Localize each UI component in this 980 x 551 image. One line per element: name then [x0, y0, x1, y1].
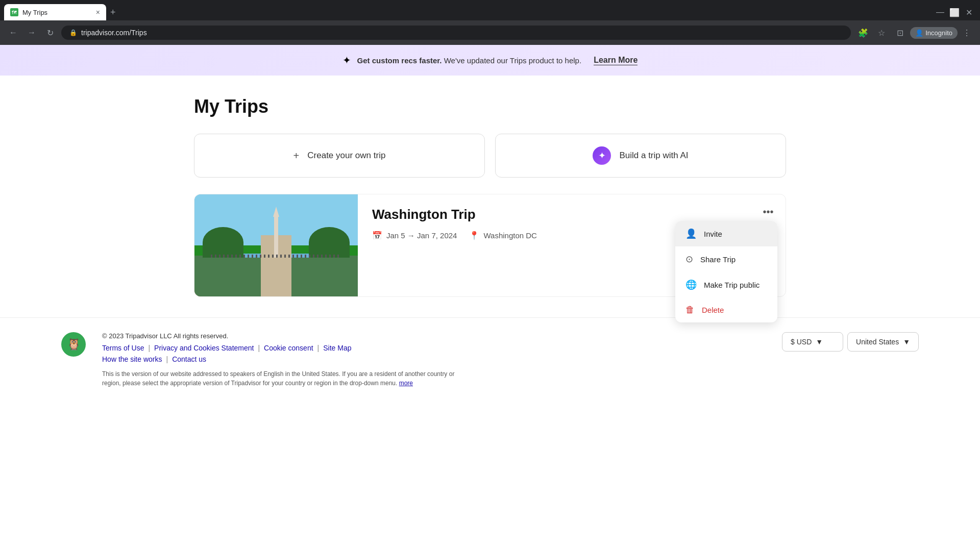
back-button[interactable]: ← — [6, 26, 20, 40]
footer-selects: $ USD ▼ United States ▼ — [782, 332, 919, 352]
trip-menu-button[interactable]: ••• — [759, 203, 777, 221]
trip-dropdown-menu: 👤 Invite ⊙ Share Trip 🌐 Make Trip public… — [675, 221, 777, 322]
banner-learn-more-link[interactable]: Learn More — [594, 56, 638, 65]
banner-icon: ✦ — [342, 54, 351, 66]
make-public-menu-item[interactable]: 🌐 Make Trip public — [675, 272, 777, 297]
terms-link[interactable]: Terms of Use — [102, 344, 144, 352]
lock-icon: 🔒 — [69, 29, 77, 36]
currency-chevron-icon: ▼ — [816, 338, 823, 346]
footer-disclaimer: This is the version of our website addre… — [102, 369, 459, 388]
build-ai-trip-card[interactable]: ✦ Build a trip with AI — [495, 134, 786, 178]
create-own-trip-card[interactable]: + Create your own trip — [194, 134, 485, 178]
people — [211, 255, 341, 258]
separator-2: | — [258, 344, 260, 352]
delete-label: Delete — [702, 306, 724, 314]
three-dots-icon: ••• — [763, 206, 773, 218]
privacy-link[interactable]: Privacy and Cookies Statement — [154, 344, 254, 352]
washington-monument — [274, 217, 278, 258]
invite-icon: 👤 — [685, 228, 697, 239]
window-minimize-button[interactable]: — — [933, 5, 947, 19]
share-trip-label: Share Trip — [700, 255, 736, 264]
copyright-text: © 2023 Tripadvisor LLC All rights reserv… — [102, 332, 766, 340]
action-cards: + Create your own trip ✦ Build a trip wi… — [194, 134, 786, 178]
banner-normal-text: We've updated our Trips product to help. — [444, 56, 581, 65]
globe-icon: 🌐 — [685, 279, 697, 290]
trip-card: Washington Trip 📅 Jan 5 → Jan 7, 2024 📍 … — [194, 194, 786, 297]
browser-nav: ← → ↻ 🔒 tripadvisor.com/Trips 🧩 ☆ ⊡ 👤 In… — [0, 20, 980, 45]
region-chevron-icon: ▼ — [903, 338, 910, 346]
invite-label: Invite — [704, 230, 722, 238]
promo-banner: ✦ Get custom recs faster. We've updated … — [0, 45, 980, 76]
banner-bold-text: Get custom recs faster. — [357, 56, 442, 65]
disclaimer-more-link[interactable]: more — [399, 380, 413, 387]
trip-image — [194, 194, 358, 296]
trees-right — [309, 227, 350, 258]
address-bar[interactable]: 🔒 tripadvisor.com/Trips — [61, 26, 851, 40]
tab-title: My Trips — [22, 9, 92, 16]
create-own-trip-label: Create your own trip — [307, 151, 385, 161]
contact-us-link[interactable]: Contact us — [172, 355, 206, 363]
trip-location: 📍 Washington DC — [469, 231, 537, 240]
currency-value: $ USD — [791, 338, 812, 346]
calendar-icon: 📅 — [372, 231, 382, 240]
forward-button[interactable]: → — [24, 26, 39, 40]
tab-close-button[interactable]: × — [96, 8, 100, 16]
delete-menu-item[interactable]: 🗑 Delete — [675, 297, 777, 322]
separator-4: | — [166, 355, 168, 363]
footer-links-2: How the site works | Contact us — [102, 355, 766, 363]
share-trip-menu-item[interactable]: ⊙ Share Trip — [675, 246, 777, 272]
footer: 🦉 © 2023 Tripadvisor LLC All rights rese… — [0, 317, 980, 402]
trip-date-text: Jan 5 → Jan 7, 2024 — [386, 231, 457, 240]
invite-menu-item[interactable]: 👤 Invite — [675, 221, 777, 246]
region-value: United States — [856, 338, 899, 346]
star-button[interactable]: ☆ — [873, 24, 890, 41]
incognito-icon: 👤 — [915, 29, 923, 37]
trip-location-text: Washington DC — [483, 231, 537, 240]
banner-text: Get custom recs faster. We've updated ou… — [357, 56, 582, 65]
extensions-button[interactable]: 🧩 — [855, 24, 871, 41]
browser-chrome: 🗺 My Trips × + — ⬜ ✕ ← → ↻ 🔒 tripadvisor… — [0, 0, 980, 45]
currency-selector[interactable]: $ USD ▼ — [782, 332, 843, 352]
tab-favicon: 🗺 — [10, 8, 18, 16]
page-content: ✦ Get custom recs faster. We've updated … — [0, 45, 980, 402]
footer-inner: 🦉 © 2023 Tripadvisor LLC All rights rese… — [61, 332, 919, 388]
separator-1: | — [148, 344, 150, 352]
plus-icon: + — [293, 150, 300, 162]
footer-links: Terms of Use | Privacy and Cookies State… — [102, 344, 766, 352]
cookie-consent-link[interactable]: Cookie consent — [264, 344, 313, 352]
ai-icon: ✦ — [593, 146, 611, 165]
footer-content: © 2023 Tripadvisor LLC All rights reserv… — [102, 332, 766, 388]
incognito-badge: 👤 Incognito — [910, 27, 958, 39]
trip-dates: 📅 Jan 5 → Jan 7, 2024 — [372, 231, 457, 240]
screenshot-button[interactable]: ⊡ — [892, 24, 908, 41]
how-site-works-link[interactable]: How the site works — [102, 355, 162, 363]
main-content: My Trips + Create your own trip ✦ Build … — [133, 76, 847, 317]
make-public-label: Make Trip public — [704, 281, 760, 289]
trash-icon: 🗑 — [685, 305, 695, 315]
share-icon: ⊙ — [685, 254, 693, 265]
browser-menu-button[interactable]: ⋮ — [960, 26, 974, 40]
trip-name: Washington Trip — [372, 207, 771, 222]
separator-3: | — [317, 344, 320, 352]
region-selector[interactable]: United States ▼ — [847, 332, 919, 352]
browser-toolbar: 🧩 ☆ ⊡ 👤 Incognito ⋮ — [855, 24, 974, 41]
build-ai-trip-label: Build a trip with AI — [619, 151, 688, 161]
address-text: tripadvisor.com/Trips — [81, 29, 147, 37]
tripadvisor-logo: 🦉 — [61, 332, 86, 357]
location-icon: 📍 — [469, 231, 479, 240]
browser-tabs: 🗺 My Trips × + — ⬜ ✕ — [0, 4, 980, 20]
active-tab[interactable]: 🗺 My Trips × — [4, 4, 106, 20]
window-maximize-button[interactable]: ⬜ — [947, 5, 962, 19]
site-map-link[interactable]: Site Map — [323, 344, 351, 352]
window-close-button[interactable]: ✕ — [962, 5, 976, 19]
monument-top — [273, 207, 279, 217]
new-tab-button[interactable]: + — [106, 7, 120, 18]
refresh-button[interactable]: ↻ — [43, 26, 57, 40]
page-title: My Trips — [194, 96, 786, 117]
trees-left — [203, 227, 243, 258]
washington-scene — [194, 194, 358, 296]
incognito-label: Incognito — [925, 29, 952, 37]
